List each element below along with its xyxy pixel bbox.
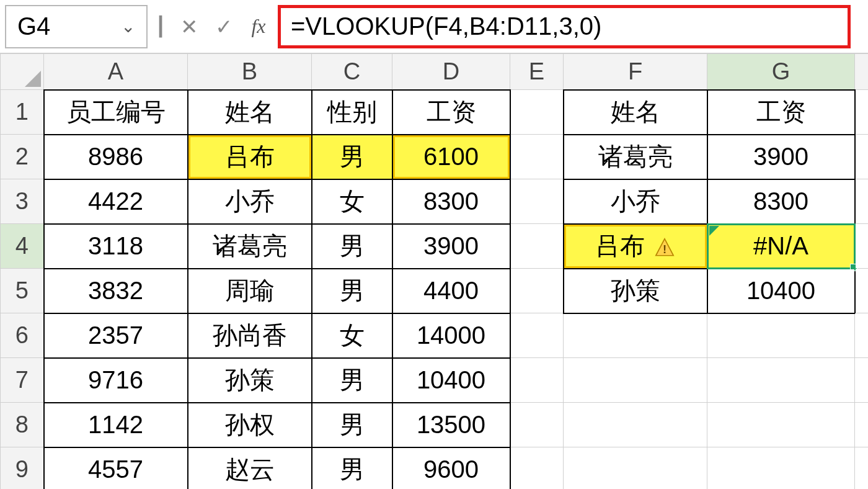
cell-B7[interactable]: 孙策 [188, 358, 312, 403]
col-header-A[interactable]: A [44, 54, 188, 90]
row-header-9[interactable]: 9 [1, 447, 44, 490]
cell-B2[interactable]: 吕布 [188, 135, 312, 179]
cell-F6[interactable] [564, 313, 707, 358]
select-all-corner[interactable] [1, 54, 44, 90]
cell-C7[interactable]: 男 [312, 358, 392, 403]
cell-B1[interactable]: 姓名 [188, 90, 312, 135]
cell-D4[interactable]: 3900 [392, 224, 510, 269]
cell-A7[interactable]: 9716 [44, 358, 188, 403]
row-header-7[interactable]: 7 [1, 358, 44, 403]
cell-E3[interactable] [510, 179, 564, 224]
col-header-B[interactable]: B [188, 54, 312, 90]
col-header-E[interactable]: E [510, 54, 564, 90]
cell-B5[interactable]: 周瑜 [188, 269, 312, 313]
cell-F4[interactable]: 吕布 ! [564, 224, 707, 269]
cell-A9[interactable]: 4557 [44, 447, 188, 490]
cell-blank-1[interactable] [855, 90, 869, 135]
cell-blank-2[interactable] [855, 135, 869, 179]
col-header-C[interactable]: C [312, 54, 392, 90]
col-header-F[interactable]: F [564, 54, 707, 90]
cell-G4[interactable]: #N/A [707, 224, 855, 269]
cell-F5[interactable]: 孙策 [564, 269, 707, 313]
cell-C1[interactable]: 性别 [312, 90, 392, 135]
row-6: 6 2357 孙尚香 女 14000 [1, 313, 869, 358]
formula-input[interactable]: =VLOOKUP(F4,B4:D11,3,0) [278, 5, 851, 48]
row-header-2[interactable]: 2 [1, 135, 44, 179]
insert-function-button[interactable]: fx [243, 8, 274, 45]
row-header-4[interactable]: 4 [1, 224, 44, 269]
cell-C2[interactable]: 男 [312, 135, 392, 179]
cell-A6[interactable]: 2357 [44, 313, 188, 358]
cell-G3[interactable]: 8300 [707, 179, 855, 224]
cell-D6[interactable]: 14000 [392, 313, 510, 358]
name-box-dropdown-icon[interactable]: ⌄ [121, 16, 135, 37]
cell-F3[interactable]: 小乔 [564, 179, 707, 224]
cell-F7[interactable] [564, 358, 707, 403]
cell-D1[interactable]: 工资 [392, 90, 510, 135]
cell-A5[interactable]: 3832 [44, 269, 188, 313]
cell-G2[interactable]: 3900 [707, 135, 855, 179]
cell-A3[interactable]: 4422 [44, 179, 188, 224]
spreadsheet-grid[interactable]: A B C D E F G 1 员工编号 姓名 性别 工资 姓名 工资 2 89… [0, 53, 868, 489]
row-header-5[interactable]: 5 [1, 269, 44, 313]
cell-E1[interactable] [510, 90, 564, 135]
cell-A8[interactable]: 1142 [44, 403, 188, 447]
cell-G5[interactable]: 10400 [707, 269, 855, 313]
cell-B8[interactable]: 孙权 [188, 403, 312, 447]
cell-E6[interactable] [510, 313, 564, 358]
cell-C9[interactable]: 男 [312, 447, 392, 490]
cell-D7[interactable]: 10400 [392, 358, 510, 403]
cell-E5[interactable] [510, 269, 564, 313]
cell-F9[interactable] [564, 447, 707, 490]
cell-B4[interactable]: 诸葛亮 [188, 224, 312, 269]
cell-E8[interactable] [510, 403, 564, 447]
cell-C4[interactable]: 男 [312, 224, 392, 269]
cell-blank-6[interactable] [855, 313, 869, 358]
cell-D9[interactable]: 9600 [392, 447, 510, 490]
error-warning-icon[interactable]: ! [654, 237, 675, 258]
cell-D3[interactable]: 8300 [392, 179, 510, 224]
cell-A4[interactable]: 3118 [44, 224, 188, 269]
cell-G8[interactable] [707, 403, 855, 447]
row-header-1[interactable]: 1 [1, 90, 44, 135]
cell-F2[interactable]: 诸葛亮 [564, 135, 707, 179]
cell-F8[interactable] [564, 403, 707, 447]
name-box[interactable]: G4 ⌄ [5, 5, 148, 48]
cell-blank-4[interactable] [855, 224, 869, 269]
cell-D2[interactable]: 6100 [392, 135, 510, 179]
cell-A2[interactable]: 8986 [44, 135, 188, 179]
cell-blank-7[interactable] [855, 358, 869, 403]
cell-B3[interactable]: 小乔 [188, 179, 312, 224]
cell-C3[interactable]: 女 [312, 179, 392, 224]
cell-E7[interactable] [510, 358, 564, 403]
cell-E4[interactable] [510, 224, 564, 269]
cell-A1[interactable]: 员工编号 [44, 90, 188, 135]
cell-D8[interactable]: 13500 [392, 403, 510, 447]
cell-C8[interactable]: 男 [312, 403, 392, 447]
cell-B6[interactable]: 孙尚香 [188, 313, 312, 358]
row-header-3[interactable]: 3 [1, 179, 44, 224]
col-header-D[interactable]: D [392, 54, 510, 90]
cell-F1[interactable]: 姓名 [564, 90, 707, 135]
row-8: 8 1142 孙权 男 13500 [1, 403, 869, 447]
row-7: 7 9716 孙策 男 10400 [1, 358, 869, 403]
cell-C5[interactable]: 男 [312, 269, 392, 313]
cell-G1[interactable]: 工资 [707, 90, 855, 135]
row-header-8[interactable]: 8 [1, 403, 44, 447]
cell-D5[interactable]: 4400 [392, 269, 510, 313]
cell-blank-9[interactable] [855, 447, 869, 490]
col-header-G[interactable]: G [707, 54, 855, 90]
cell-G6[interactable] [707, 313, 855, 358]
row-header-6[interactable]: 6 [1, 313, 44, 358]
cell-blank-8[interactable] [855, 403, 869, 447]
cell-C6[interactable]: 女 [312, 313, 392, 358]
cell-B9[interactable]: 赵云 [188, 447, 312, 490]
cell-blank-5[interactable] [855, 269, 869, 313]
cell-G9[interactable] [707, 447, 855, 490]
enter-formula-button[interactable]: ✓ [208, 8, 239, 45]
cell-E2[interactable] [510, 135, 564, 179]
cancel-formula-button[interactable]: ✕ [174, 8, 205, 45]
cell-E9[interactable] [510, 447, 564, 490]
cell-blank-3[interactable] [855, 179, 869, 224]
cell-G7[interactable] [707, 358, 855, 403]
